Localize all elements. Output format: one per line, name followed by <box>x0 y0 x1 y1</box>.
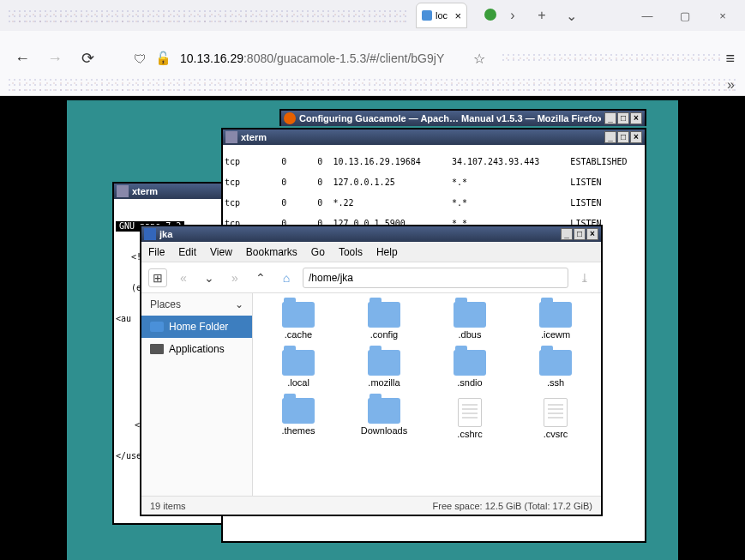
file-item[interactable]: .mozilla <box>344 350 424 388</box>
nav-forward-icon[interactable]: » <box>225 268 244 287</box>
tracking-shield-icon[interactable]: 🛡 <box>134 51 147 66</box>
titlebar[interactable]: jka _ □ × <box>141 226 601 242</box>
file-item[interactable]: .themes <box>258 398 339 439</box>
file-item[interactable]: .config <box>344 302 424 340</box>
firefox-window[interactable]: Configuring Guacamole — Apach… Manual v1… <box>279 109 646 126</box>
folder-icon <box>539 302 572 328</box>
bookmark-star-icon[interactable]: ☆ <box>473 51 485 67</box>
file-grid[interactable]: .cache.config.dbus.icewm.local.mozilla.s… <box>253 293 601 496</box>
file-label: Downloads <box>361 425 407 436</box>
file-label: .dbus <box>459 329 482 340</box>
maximize-icon[interactable]: □ <box>617 112 629 124</box>
back-button[interactable]: ← <box>10 46 34 70</box>
sidebar-item-applications[interactable]: Applications <box>141 338 252 360</box>
minimize-icon[interactable]: _ <box>604 112 616 124</box>
app-menu-button[interactable]: ≡ <box>725 50 735 68</box>
file-item[interactable]: .icewm <box>515 302 596 340</box>
nav-back-icon[interactable]: « <box>174 268 193 287</box>
new-tab-icon[interactable]: ⊞ <box>148 268 167 287</box>
close-window-button[interactable]: × <box>707 5 738 26</box>
more-bookmarks-icon[interactable]: » <box>727 77 735 93</box>
file-item[interactable]: Downloads <box>344 398 424 439</box>
status-bar: 19 items Free space: 12.5 GiB (Total: 17… <box>141 496 601 515</box>
menubar: File Edit View Bookmarks Go Tools Help <box>141 242 601 262</box>
minimize-icon[interactable]: _ <box>604 131 616 143</box>
menu-help[interactable]: Help <box>376 246 398 258</box>
fm-icon <box>144 228 156 240</box>
file-label: .cache <box>285 329 312 340</box>
status-item-count: 19 items <box>150 501 186 511</box>
reload-button[interactable]: ⟳ <box>75 46 99 70</box>
folder-icon <box>368 350 400 376</box>
home-folder-icon <box>150 322 164 332</box>
term-row: tcp 0 0 10.13.16.29.19684 34.107.243.93.… <box>225 157 643 167</box>
file-item[interactable]: .cvsrc <box>515 398 596 439</box>
file-icon <box>458 398 482 427</box>
app-icon <box>117 185 129 197</box>
file-label: .local <box>287 377 309 388</box>
file-label: .cshrc <box>457 429 482 439</box>
url-host: 10.13.16.29 <box>180 51 243 65</box>
tab-history-forward-icon[interactable]: › <box>502 5 524 26</box>
desktop-background[interactable]: xterm _ □ × GNU nano 7.2 <!-- Another us… <box>67 100 678 560</box>
nav-up-icon[interactable]: ⌃ <box>251 268 270 287</box>
list-tabs-button[interactable]: ⌄ <box>560 5 582 26</box>
go-icon[interactable]: ⤓ <box>575 268 594 287</box>
address-bar: ← → ⟳ 🛡 🔓 10.13.16.29:8080/guacamole-1.5… <box>0 41 745 75</box>
folder-icon <box>454 350 486 376</box>
file-item[interactable]: .cshrc <box>430 398 510 439</box>
file-label: .mozilla <box>368 377 400 388</box>
maximize-icon[interactable]: □ <box>574 228 586 240</box>
app-icon <box>225 131 237 143</box>
url-text[interactable]: 10.13.16.29:8080/guacamole-1.5.3/#/clien… <box>180 51 465 65</box>
minimize-button[interactable]: — <box>632 5 663 26</box>
path-input[interactable] <box>303 268 568 288</box>
file-item[interactable]: .local <box>258 350 339 388</box>
insecure-lock-icon[interactable]: 🔓 <box>155 51 171 66</box>
close-icon[interactable]: × <box>586 228 598 240</box>
url-path: :8080/guacamole-1.5.3/#/client/bG9jY <box>243 51 444 65</box>
folder-icon <box>539 350 572 376</box>
browser-chrome: loc × › + ⌄ — ▢ × ← → ⟳ 🛡 🔓 10.13.16.29:… <box>0 0 745 96</box>
file-label: .sndio <box>457 377 482 388</box>
folder-icon <box>368 302 400 328</box>
browser-tab[interactable]: loc × <box>416 3 467 28</box>
menu-edit[interactable]: Edit <box>178 246 196 258</box>
menu-file[interactable]: File <box>148 246 165 258</box>
file-label: .themes <box>281 425 315 436</box>
tab-bar: loc × › + ⌄ — ▢ × <box>0 0 745 31</box>
file-item[interactable]: .cache <box>258 302 339 340</box>
menu-tools[interactable]: Tools <box>339 246 363 258</box>
close-tab-icon[interactable]: × <box>454 9 461 22</box>
folder-icon <box>454 302 486 328</box>
close-icon[interactable]: × <box>630 131 642 143</box>
maximize-button[interactable]: ▢ <box>670 5 700 26</box>
file-item[interactable]: .ssh <box>515 350 596 388</box>
titlebar[interactable]: Configuring Guacamole — Apach… Manual v1… <box>281 111 645 126</box>
places-header[interactable]: Places ⌄ <box>141 293 252 316</box>
sidebar-item-home[interactable]: Home Folder <box>141 316 252 338</box>
maximize-icon[interactable]: □ <box>617 131 629 143</box>
minimize-icon[interactable]: _ <box>561 228 573 240</box>
file-item[interactable]: .sndio <box>430 350 510 388</box>
close-icon[interactable]: × <box>630 112 642 124</box>
forward-button[interactable]: → <box>43 46 67 70</box>
chevron-down-icon: ⌄ <box>235 298 243 310</box>
status-free-space: Free space: 12.5 GiB (Total: 17.2 GiB) <box>433 501 592 511</box>
home-icon[interactable]: ⌂ <box>277 268 296 287</box>
menu-view[interactable]: View <box>210 246 232 258</box>
history-dropdown-icon[interactable]: ⌄ <box>200 268 219 287</box>
titlebar[interactable]: xterm _ □ × <box>223 129 645 145</box>
apps-icon <box>150 344 164 354</box>
folder-icon <box>282 350 315 376</box>
menu-bookmarks[interactable]: Bookmarks <box>246 246 297 258</box>
menu-go[interactable]: Go <box>311 246 325 258</box>
folder-icon <box>368 398 400 424</box>
file-item[interactable]: .dbus <box>430 302 510 340</box>
term-row: tcp 0 0 127.0.0.1.25 *.* LISTEN <box>225 178 643 188</box>
container-indicator-icon <box>484 9 496 21</box>
new-tab-button[interactable]: + <box>531 5 553 26</box>
file-icon <box>544 398 568 427</box>
file-manager-window[interactable]: jka _ □ × File Edit View Bookmarks Go To… <box>140 225 603 516</box>
remote-desktop-viewport[interactable]: xterm _ □ × GNU nano 7.2 <!-- Another us… <box>0 96 745 560</box>
